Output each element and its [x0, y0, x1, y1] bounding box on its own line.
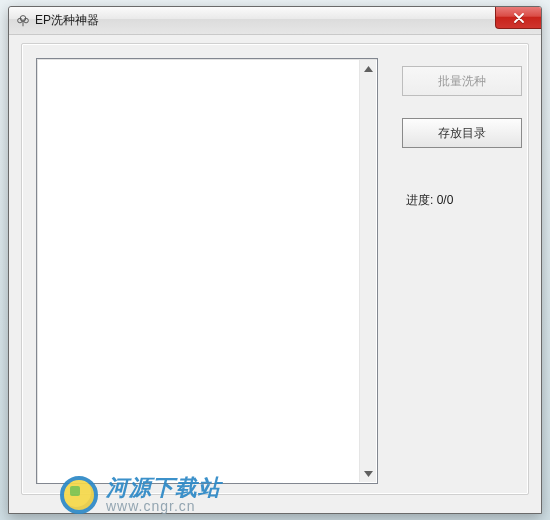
client-area: 批量洗种 存放目录 进度: 0/0	[17, 43, 533, 505]
batch-wash-button: 批量洗种	[402, 66, 522, 96]
progress-prefix: 进度:	[406, 193, 433, 207]
app-window: EP洗种神器 批量洗种	[8, 6, 542, 514]
batch-wash-label: 批量洗种	[438, 73, 486, 90]
scroll-down-icon[interactable]	[360, 465, 377, 482]
file-listbox[interactable]	[36, 58, 378, 484]
save-dir-button[interactable]: 存放目录	[402, 118, 522, 148]
progress-value: 0/0	[437, 193, 454, 207]
app-icon	[15, 13, 31, 29]
close-icon	[513, 13, 525, 23]
close-button[interactable]	[495, 7, 541, 29]
group-frame: 批量洗种 存放目录 进度: 0/0	[21, 43, 529, 495]
window-title: EP洗种神器	[35, 12, 99, 29]
titlebar[interactable]: EP洗种神器	[9, 7, 541, 35]
save-dir-label: 存放目录	[438, 125, 486, 142]
progress-text: 进度: 0/0	[406, 192, 453, 209]
scrollbar[interactable]	[359, 60, 376, 482]
scroll-up-icon[interactable]	[360, 60, 377, 77]
